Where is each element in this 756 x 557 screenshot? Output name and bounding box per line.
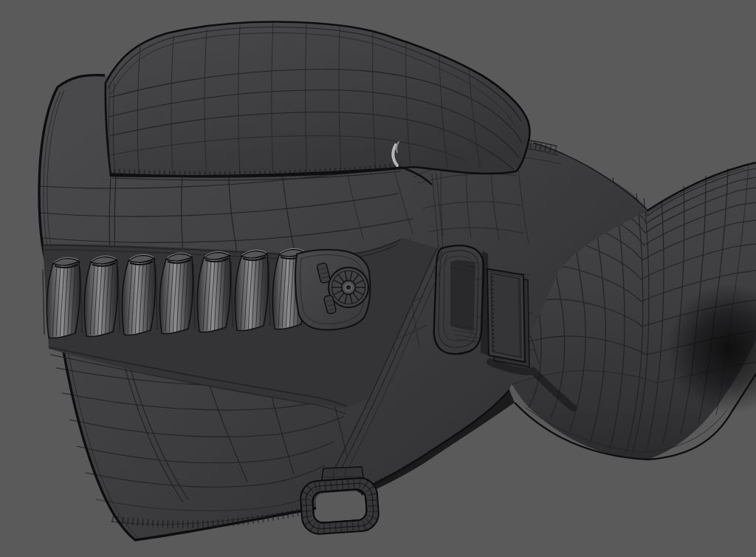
viewport-canvas[interactable] <box>0 0 756 557</box>
sling-swivel-loop[interactable] <box>300 476 380 535</box>
sling-loop-hole <box>315 491 364 519</box>
viewport-3d[interactable] <box>0 0 756 557</box>
ammo-flap[interactable] <box>295 250 370 330</box>
snap-button[interactable] <box>329 267 368 307</box>
